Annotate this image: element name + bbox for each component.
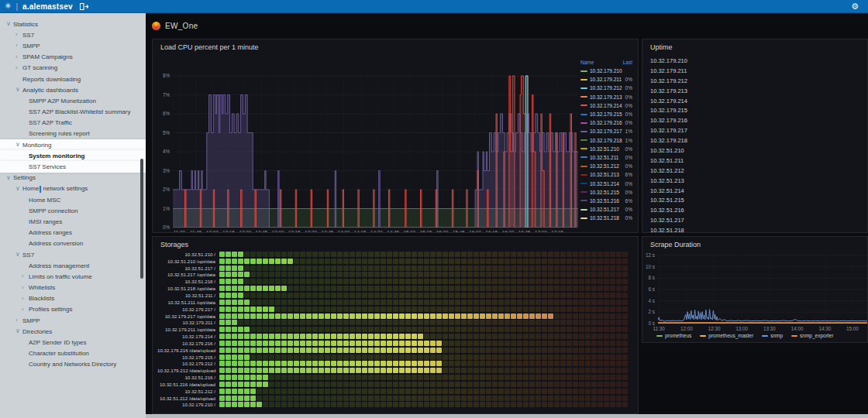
chevron-right-icon[interactable]: › (16, 54, 22, 60)
screen: ✳ | a.alemastsev ⚙ ∨Statistics›SS7›SMPP›… (0, 0, 868, 418)
storage-cell (244, 341, 250, 346)
scrape-legend-item[interactable]: prometheus_master (700, 333, 753, 338)
sidebar-item-a2p-sender-id-types[interactable]: A2P Sender ID types (0, 337, 146, 348)
panel-storages: Storages 10.32.51.210 /10.32.51.210 /opt… (152, 236, 639, 414)
panel-title-storages[interactable]: Storages (160, 241, 188, 248)
sidebar-item-smpp-a2p-monetization[interactable]: SMPP A2P Monetization (0, 95, 146, 106)
storage-cell (306, 320, 312, 325)
chevron-down-icon[interactable]: ∨ (16, 252, 22, 258)
sidebar-item-statistics[interactable]: ∨Statistics (0, 19, 146, 29)
legend-name-header[interactable]: Name (580, 60, 618, 65)
storage-cell (362, 266, 367, 271)
sidebar-item-home-network-settings[interactable]: ∨Home network settings (0, 183, 146, 194)
sidebar-item-ss7[interactable]: ∨SS7 (0, 249, 146, 260)
storage-cell (449, 402, 454, 407)
sidebar-item-reports-downloading[interactable]: Reports downloading (0, 74, 146, 84)
storage-cell (560, 307, 566, 312)
sidebar-item-address-management[interactable]: Address management (0, 260, 146, 271)
storage-cell (288, 368, 293, 373)
chevron-down-icon[interactable]: ∨ (16, 142, 22, 148)
settings-gear-icon[interactable]: ⚙ (851, 2, 859, 11)
sidebar-item-whitelists[interactable]: ›Whitelists (0, 283, 146, 293)
legend-row[interactable]: 10.32.51.2166% (580, 197, 632, 205)
legend-row[interactable]: 10.32.51.2110% (580, 153, 632, 162)
logout-icon[interactable] (79, 2, 89, 11)
sidebar-item-country-and-networks-directory[interactable]: Country and Networks Directory (0, 359, 146, 370)
storage-cell (275, 252, 281, 257)
storage-cell (517, 389, 522, 394)
sidebar-item-system-monitoring[interactable]: System monitoring (0, 150, 146, 161)
sidebar-item-imsi-ranges[interactable]: IMSI ranges (0, 216, 146, 227)
sidebar-item-limits-on-traffic-volume[interactable]: ›Limits on traffic volume (0, 271, 146, 282)
chevron-right-icon[interactable]: › (22, 296, 29, 302)
storage-cell (536, 300, 541, 305)
legend-row[interactable]: 10.32.51.2150% (580, 188, 632, 197)
scrape-legend-item[interactable]: prometheus (656, 333, 691, 338)
storage-cell (424, 341, 429, 346)
chevron-right-icon[interactable]: › (22, 307, 29, 313)
sidebar-item-blacklists[interactable]: ›Blacklists (0, 293, 146, 304)
sidebar-item-directories[interactable]: ∨Directories (0, 326, 146, 337)
sidebar-item-monitoring[interactable]: ∨Monitoring (0, 139, 146, 150)
storage-cell (455, 368, 460, 373)
chevron-down-icon[interactable]: ∨ (16, 328, 22, 334)
legend-row[interactable]: 10.32.51.2180% (580, 214, 632, 222)
chevron-down-icon[interactable]: ∨ (16, 87, 22, 93)
legend-row[interactable]: 10.32.179.2171% (580, 127, 632, 135)
legend-last-header[interactable]: Last (618, 60, 632, 65)
sidebar-item-spam-campaigns[interactable]: ›SPAM Campaigns (0, 52, 146, 63)
storage-cell (263, 375, 268, 380)
sidebar-item-ss7-services[interactable]: SS7 Services (0, 161, 146, 172)
sidebar-item-analytic-dashboards[interactable]: ∨Analytic dashboards (0, 84, 146, 95)
sidebar-item-profiles-settings[interactable]: ›Profiles settings (0, 304, 146, 315)
chevron-right-icon[interactable]: › (16, 65, 22, 71)
legend-row[interactable]: 10.32.51.2140% (580, 179, 632, 187)
storage-cell (281, 402, 287, 407)
chevron-right-icon[interactable]: › (16, 43, 22, 49)
storage-cell (337, 396, 343, 401)
chevron-down-icon[interactable]: ∨ (16, 186, 22, 192)
chevron-down-icon[interactable]: ∨ (6, 21, 13, 27)
legend-row[interactable]: 10.32.179.2140% (580, 101, 632, 110)
legend-row[interactable]: 10.32.179.2150% (580, 110, 632, 118)
storage-cell (579, 361, 584, 366)
sidebar-item-home-msc[interactable]: Home MSC (0, 194, 146, 205)
sidebar-item-address-conversion[interactable]: Address conversion (0, 238, 146, 249)
legend-row[interactable]: 10.32.51.2170% (580, 205, 632, 214)
chevron-right-icon[interactable]: › (16, 32, 22, 38)
chevron-right-icon[interactable]: › (22, 273, 29, 279)
chevron-down-icon[interactable]: ∨ (6, 175, 13, 181)
legend-row[interactable]: 10.32.179.2181% (580, 136, 632, 145)
sidebar-item-smpp[interactable]: ›SMPP (0, 315, 146, 326)
sidebar-item-ss7[interactable]: ›SS7 (0, 29, 146, 40)
sidebar-item-screening-rules-report[interactable]: Screening rules report (0, 128, 146, 139)
legend-row[interactable]: 10.32.51.2120% (580, 162, 632, 170)
legend-row[interactable]: 10.32.179.2110% (580, 75, 632, 84)
sidebar-scrollbar-thumb[interactable] (140, 159, 143, 279)
chevron-right-icon[interactable]: › (22, 285, 29, 291)
sidebar-item-smpp-connection[interactable]: SMPP connection (0, 205, 146, 216)
legend-row[interactable]: 10.32.179.2160% (580, 118, 632, 127)
storage-cell (412, 382, 417, 387)
sidebar-item-ss7-a2p-blacklist-whitelist-summary[interactable]: SS7 A2P Blacklist-Whitelist summary (0, 107, 146, 118)
sidebar-item-gt-scanning[interactable]: ›GT scanning (0, 63, 146, 74)
sidebar-item-address-ranges[interactable]: Address ranges (0, 228, 146, 238)
legend-row[interactable]: 10.32.51.2136% (580, 170, 632, 179)
storage-cell (331, 307, 336, 312)
legend-row[interactable]: 10.32.51.2100% (580, 145, 632, 153)
panel-title-uptime[interactable]: Uptime (650, 43, 673, 51)
sidebar-item-ss7-a2p-traffic[interactable]: SS7 A2P Traffic (0, 118, 146, 128)
scrape-legend-item[interactable]: snmp (762, 333, 783, 338)
legend-row[interactable]: 10.32.179.2130% (580, 93, 632, 101)
scrape-legend-item[interactable]: snmp_exporter (791, 333, 833, 338)
legend-row[interactable]: 10.32.179.210 (580, 67, 632, 75)
chevron-right-icon[interactable]: › (16, 317, 22, 324)
sidebar-item-character-substitution[interactable]: Character substitution (0, 348, 146, 359)
storage-cell (312, 286, 318, 291)
sidebar-item-smpp[interactable]: ›SMPP (0, 40, 146, 51)
storage-cell (232, 272, 237, 277)
legend-row[interactable]: 10.32.179.2120% (580, 84, 632, 92)
storage-cell (430, 382, 436, 387)
sidebar-item-settings[interactable]: ∨Settings (0, 173, 146, 183)
storage-row: 10.32.179.216 /data/upload (157, 347, 628, 354)
